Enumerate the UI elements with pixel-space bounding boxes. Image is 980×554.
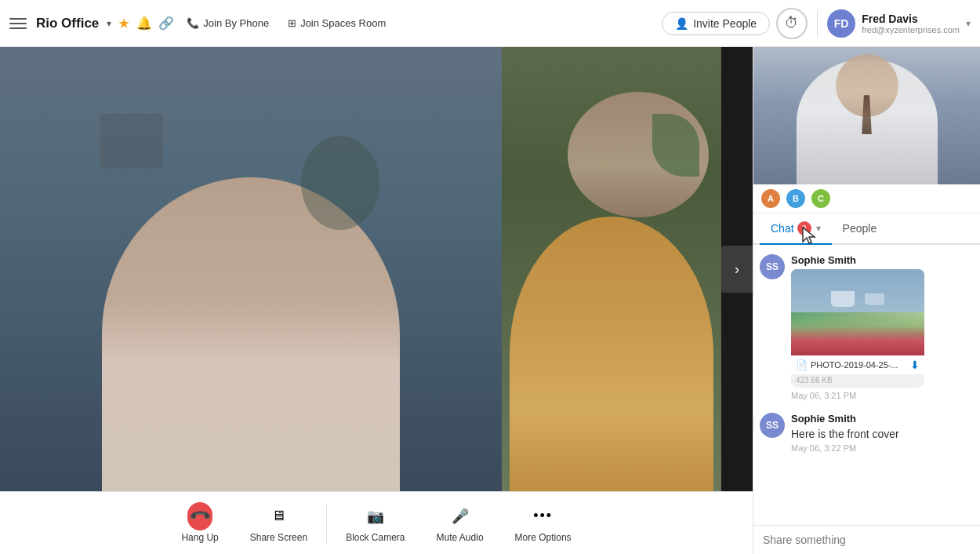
hangup-label: Hang Up — [181, 532, 218, 543]
message-1-filesize: 423.66 KB — [791, 374, 924, 388]
video-grid: ⤢ Exit Full Screen — [0, 47, 753, 491]
chat-badge: 2 — [797, 221, 811, 235]
share-screen-icon: 🖥 — [266, 504, 291, 529]
video-participant-1 — [0, 47, 502, 491]
video-participant-2 — [502, 47, 721, 491]
message-2-content: Sophie Smith Here is the front cover May… — [791, 413, 974, 453]
hamburger-menu-icon[interactable] — [9, 15, 27, 32]
main-video-feed — [0, 47, 502, 491]
participant-avatar-2[interactable]: B — [785, 188, 807, 210]
title-chevron-icon[interactable]: ▾ — [107, 18, 111, 29]
panel-video-feed — [753, 47, 980, 184]
bell-icon[interactable]: 🔔 — [136, 16, 152, 31]
more-options-icon: ••• — [531, 504, 556, 529]
message-1-sender: Sophie Smith — [791, 254, 974, 266]
spaces-icon: ⊞ — [288, 17, 296, 29]
people-tab-label: People — [843, 222, 877, 235]
header-divider — [817, 9, 818, 38]
right-panel: A B C Chat 2 ▾ People SS Sophie Smith — [753, 47, 980, 554]
app-title: Rio Office — [36, 16, 99, 31]
hangup-icon-wrap: 📞 — [187, 504, 212, 529]
message-1-image-container[interactable]: 📄 PHOTO-2019-04-25-... ⬇ 423.66 KB — [791, 269, 924, 388]
message-1-avatar: SS — [760, 254, 785, 279]
link-icon[interactable]: 🔗 — [158, 16, 174, 31]
clock-icon: ⏱ — [785, 15, 799, 31]
participants-row: A B C — [753, 184, 980, 213]
hangup-button[interactable]: 📞 Hang Up — [165, 498, 234, 549]
participant-avatar-3[interactable]: C — [810, 188, 832, 210]
person-add-icon: 👤 — [675, 17, 688, 30]
chat-tab-label: Chat — [771, 222, 794, 235]
more-options-label: More Options — [515, 532, 572, 543]
header-right: 👤 Invite People ⏱ FD Fred Davis fred@xyz… — [662, 8, 971, 39]
expand-panel-button[interactable]: › — [721, 246, 753, 293]
camera-icon: 📷 — [363, 504, 388, 529]
hangup-icon: 📞 — [187, 502, 212, 530]
join-by-phone-button[interactable]: 📞 Join By Phone — [180, 14, 275, 32]
mute-audio-label: Mute Audio — [437, 532, 484, 543]
header-left: Rio Office ▾ ★ 🔔 🔗 📞 Join By Phone ⊞ Joi… — [9, 14, 662, 32]
join-spaces-room-button[interactable]: ⊞ Join Spaces Room — [281, 14, 392, 32]
message-2-sender: Sophie Smith — [791, 413, 974, 425]
message-1-file-info: 📄 PHOTO-2019-04-25-... ⬇ — [791, 355, 924, 374]
timer-button[interactable]: ⏱ — [776, 8, 808, 39]
message-1-image — [791, 269, 924, 355]
chat-message-2: SS Sophie Smith Here is the front cover … — [760, 413, 974, 453]
main-video-area: ⤢ Exit Full Screen — [0, 47, 753, 554]
user-name: Fred Davis — [862, 13, 960, 25]
share-screen-button[interactable]: 🖥 Share Screen — [234, 498, 323, 549]
user-email: fred@xyzenterprises.com — [862, 25, 960, 35]
tab-chat[interactable]: Chat 2 ▾ — [760, 213, 832, 245]
more-options-button[interactable]: ••• More Options — [499, 498, 587, 549]
secondary-video-feed — [502, 47, 721, 491]
block-camera-button[interactable]: 📷 Block Camera — [330, 498, 420, 549]
chevron-right-icon: › — [735, 261, 739, 278]
invite-people-button[interactable]: 👤 Invite People — [662, 12, 770, 35]
mute-audio-button[interactable]: 🎤 Mute Audio — [421, 498, 499, 549]
microphone-icon: 🎤 — [448, 504, 473, 529]
download-icon[interactable]: ⬇ — [910, 359, 920, 371]
message-1-filename: PHOTO-2019-04-25-... — [811, 360, 907, 370]
chat-messages: SS Sophie Smith 📄 — [753, 245, 980, 525]
bottom-toolbar: 📞 Hang Up 🖥 Share Screen 📷 Block Camera … — [0, 491, 753, 554]
user-chevron-icon[interactable]: ▾ — [966, 18, 971, 29]
user-profile[interactable]: FD Fred Davis fred@xyzenterprises.com ▾ — [827, 9, 971, 38]
message-1-content: Sophie Smith 📄 PHOTO-2019-04- — [791, 254, 974, 400]
chat-tabs: Chat 2 ▾ People — [753, 213, 980, 245]
avatar: FD — [827, 9, 855, 38]
star-icon[interactable]: ★ — [118, 15, 130, 32]
participant-avatar-1[interactable]: A — [760, 188, 782, 210]
chat-input-area — [753, 525, 980, 554]
header: Rio Office ▾ ★ 🔔 🔗 📞 Join By Phone ⊞ Joi… — [0, 0, 980, 47]
phone-icon: 📞 — [187, 17, 199, 29]
tab-people[interactable]: People — [832, 214, 888, 242]
block-camera-label: Block Camera — [346, 532, 405, 543]
file-icon: 📄 — [796, 359, 808, 370]
doctor-video-placeholder — [753, 47, 980, 184]
toolbar-divider — [326, 504, 327, 543]
share-screen-label: Share Screen — [250, 532, 307, 543]
user-details: Fred Davis fred@xyzenterprises.com — [862, 13, 960, 35]
message-2-text: Here is the front cover — [791, 428, 974, 440]
message-1-time: May 06, 3:21 PM — [791, 391, 974, 400]
chat-tab-chevron-icon[interactable]: ▾ — [816, 223, 821, 234]
message-2-time: May 06, 3:22 PM — [791, 443, 974, 453]
message-2-avatar: SS — [760, 413, 785, 438]
chat-message-1: SS Sophie Smith 📄 — [760, 254, 974, 400]
chat-input[interactable] — [763, 534, 971, 546]
